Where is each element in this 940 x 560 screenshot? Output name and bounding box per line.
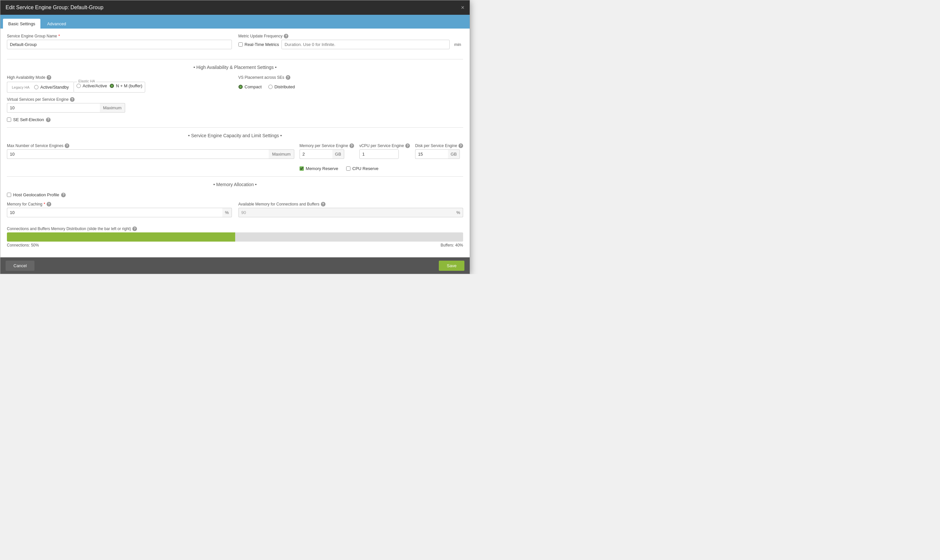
memory-caching-help-icon[interactable]: ? — [47, 202, 51, 206]
max-se-label: Max Number of Service Engines ? — [7, 143, 294, 148]
elastic-ha-label: Elastic HA — [77, 79, 97, 83]
mem-vcpu-disk-group: Memory per Service Engine ? GB vCPU per … — [299, 143, 463, 171]
elastic-options: Active/Active N + M (buffer) — [77, 83, 143, 88]
legacy-ha-group-label: Legacy HA — [12, 85, 29, 89]
active-standby-option[interactable]: Active/Standby — [34, 85, 69, 89]
slider-help-icon[interactable]: ? — [133, 226, 137, 231]
memory-caching-group: Memory for Caching * ? % — [7, 202, 232, 217]
host-geo-label[interactable]: Host Geolocation Profile ? — [7, 192, 463, 197]
memory-per-se-label: Memory per Service Engine ? — [299, 143, 354, 148]
close-button[interactable]: × — [461, 5, 464, 11]
modal: Edit Service Engine Group: Default-Group… — [0, 0, 470, 274]
se-self-election-label[interactable]: SE Self-Election ? — [7, 117, 463, 122]
memory-caching-label: Memory for Caching * ? — [7, 202, 232, 206]
memory-caching-required-star: * — [44, 202, 45, 206]
modal-body: Service Engine Group Name * Metric Updat… — [0, 29, 470, 257]
available-memory-help-icon[interactable]: ? — [321, 202, 325, 206]
memory-caching-row: Memory for Caching * ? % Available Memor… — [7, 202, 463, 222]
duration-input[interactable] — [282, 40, 450, 49]
active-standby-radio[interactable] — [34, 85, 39, 89]
n-plus-m-option[interactable]: N + M (buffer) — [110, 83, 142, 88]
tab-bar: Basic Settings Advanced — [0, 15, 470, 29]
elastic-ha-box: Elastic HA Active/Active N + M (buffer) — [74, 82, 145, 92]
memory-caching-input[interactable] — [7, 208, 222, 217]
compact-option[interactable]: Compact — [239, 85, 262, 89]
top-form-row: Service Engine Group Name * Metric Updat… — [7, 34, 463, 54]
metric-row: Real-Time Metrics min — [239, 40, 464, 49]
slider-bar-fill — [7, 232, 235, 242]
vs-per-se-suffix: Maximum — [100, 103, 125, 112]
divider-3 — [7, 176, 463, 177]
se-group-name-group: Service Engine Group Name * — [7, 34, 232, 49]
slider-bar[interactable] — [7, 232, 463, 242]
reserve-row: Memory Reserve CPU Reserve — [299, 166, 463, 171]
se-self-election-checkbox[interactable] — [7, 117, 11, 122]
vcpu-per-se-group: vCPU per Service Engine ? — [359, 143, 410, 159]
vs-placement-label: VS Placement across SEs ? — [239, 75, 464, 80]
memory-per-se-unit: GB — [332, 149, 344, 159]
distributed-option[interactable]: Distributed — [268, 85, 295, 89]
min-label: min — [452, 42, 463, 47]
active-active-option[interactable]: Active/Active — [77, 83, 107, 88]
ha-mode-options: Legacy HA Active/Standby Elastic HA Act — [7, 82, 232, 92]
memory-per-se-help-icon[interactable]: ? — [350, 143, 354, 148]
se-group-name-label: Service Engine Group Name * — [7, 34, 232, 38]
tab-basic-settings[interactable]: Basic Settings — [3, 19, 40, 29]
cancel-button[interactable]: Cancel — [6, 261, 34, 271]
mem-vcpu-disk-row: Memory per Service Engine ? GB vCPU per … — [299, 143, 463, 163]
disk-per-se-group: Disk per Service Engine ? GB — [415, 143, 463, 159]
max-se-help-icon[interactable]: ? — [65, 143, 69, 148]
memory-reserve-label[interactable]: Memory Reserve — [299, 166, 338, 171]
vcpu-per-se-label: vCPU per Service Engine ? — [359, 143, 410, 148]
slider-group: Connections and Buffers Memory Distribut… — [7, 226, 463, 248]
max-se-input[interactable] — [7, 149, 269, 159]
compact-radio[interactable] — [239, 85, 243, 89]
real-time-metrics-checkbox[interactable] — [239, 42, 243, 47]
host-geo-help-icon[interactable]: ? — [61, 193, 66, 197]
disk-per-se-help-icon[interactable]: ? — [459, 143, 463, 148]
save-button[interactable]: Save — [439, 261, 464, 271]
memory-reserve-checkbox[interactable] — [299, 166, 304, 171]
host-geo-checkbox[interactable] — [7, 193, 11, 197]
host-geo-group: Host Geolocation Profile ? — [7, 192, 463, 197]
ha-mode-label: High Availability Mode ? — [7, 75, 232, 80]
max-se-input-row: Maximum — [7, 149, 294, 159]
modal-title: Edit Service Engine Group: Default-Group — [6, 5, 103, 11]
cpu-reserve-checkbox[interactable] — [346, 166, 350, 171]
metric-update-help-icon[interactable]: ? — [284, 34, 288, 38]
vs-per-se-input[interactable] — [7, 103, 100, 112]
ha-mode-help-icon[interactable]: ? — [47, 75, 51, 80]
modal-header: Edit Service Engine Group: Default-Group… — [0, 0, 470, 15]
tab-advanced[interactable]: Advanced — [42, 19, 71, 29]
disk-per-se-input[interactable] — [415, 149, 448, 159]
available-memory-label: Available Memory for Connections and Buf… — [239, 202, 464, 206]
legacy-ha-box: Legacy HA Active/Standby — [7, 82, 74, 92]
metric-update-group: Metric Update Frequency ? Real-Time Metr… — [239, 34, 464, 49]
slider-labels: Connections: 50% Buffers: 40% — [7, 243, 463, 248]
vcpu-per-se-help-icon[interactable]: ? — [405, 143, 410, 148]
cpu-reserve-label[interactable]: CPU Reserve — [346, 166, 378, 171]
available-memory-unit: % — [453, 208, 463, 217]
vs-placement-help-icon[interactable]: ? — [286, 75, 290, 80]
memory-per-se-input-row: GB — [299, 149, 354, 159]
real-time-metrics-label[interactable]: Real-Time Metrics — [239, 42, 279, 47]
max-se-group: Max Number of Service Engines ? Maximum — [7, 143, 294, 166]
n-plus-m-radio[interactable] — [110, 84, 114, 88]
ha-section-title: • High Availability & Placement Settings… — [7, 65, 463, 70]
se-self-election-group: SE Self-Election ? — [7, 117, 463, 122]
active-active-radio[interactable] — [77, 84, 81, 88]
available-memory-input — [239, 208, 454, 217]
disk-per-se-unit: GB — [448, 149, 460, 159]
ha-placement-row: High Availability Mode ? Legacy HA Activ… — [7, 75, 463, 92]
vcpu-per-se-input[interactable] — [359, 149, 399, 159]
ha-mode-group: High Availability Mode ? Legacy HA Activ… — [7, 75, 232, 92]
se-self-election-help-icon[interactable]: ? — [46, 117, 51, 122]
buffers-label: Buffers: 40% — [441, 243, 463, 248]
available-memory-input-row: % — [239, 208, 464, 217]
se-group-name-input[interactable] — [7, 40, 232, 49]
memory-per-se-input[interactable] — [299, 149, 332, 159]
max-se-suffix: Maximum — [269, 149, 294, 159]
disk-per-se-label: Disk per Service Engine ? — [415, 143, 463, 148]
distributed-radio[interactable] — [268, 85, 273, 89]
vs-per-se-help-icon[interactable]: ? — [70, 97, 74, 102]
